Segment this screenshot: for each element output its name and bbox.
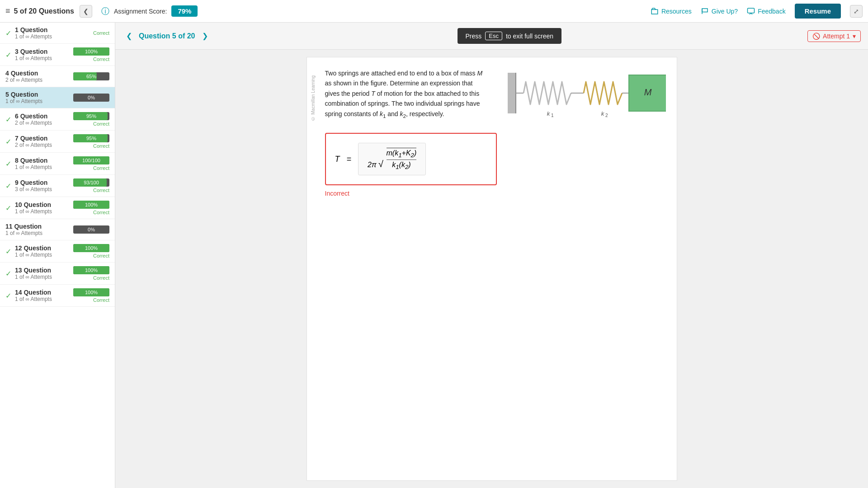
expand-button[interactable]: ⤢ [850,5,863,18]
assignment-score-label: Assignment Score: [114,8,167,15]
progress-label: 100% [85,267,98,273]
sidebar-item-subtitle: 2 of ∞ Attempts [15,120,52,126]
status-label: Correct [93,165,109,171]
status-label: Correct [93,56,109,62]
question-nav-left: ❮ Question 5 of 20 ❯ [123,30,211,42]
sidebar-item-3[interactable]: ✓ 3 Question 1 of ∞ Attempts 100% Correc… [0,44,115,66]
sidebar-item-7[interactable]: ✓ 7 Question 2 of ∞ Attempts 95% Correct [0,131,115,153]
sidebar-item-right: Correct [93,30,109,36]
giveup-button[interactable]: Give Up? [701,7,738,15]
score-badge: 79% [171,5,198,17]
info-icon: ⓘ [101,6,109,17]
sidebar-item-11[interactable]: 11 Question 1 of ∞ Attempts 0% [0,219,115,240]
sidebar-item-subtitle: 1 of ∞ Attempts [15,208,52,215]
question-body: Two springs are attached end to end to a… [325,68,666,124]
sidebar-item-4[interactable]: 4 Question 2 of ∞ Attempts 65% [0,66,115,87]
sidebar-item-title: 10 Question [15,201,52,208]
status-label: Correct [93,121,109,127]
progress-label: 0% [88,227,95,232]
attempt-label: Attempt 1 [823,33,850,40]
esc-press-label: Press [466,33,482,40]
progress-label: 100% [85,202,98,207]
svg-text:1: 1 [551,113,554,118]
progress-label: 100/100 [82,158,100,163]
sidebar-item-subtitle: 2 of ∞ Attempts [15,142,52,148]
answer-formula: T = 2π √ m(k1+K2) k1(k2) [335,143,487,175]
check-icon: ✓ [5,160,11,168]
status-label: Correct [93,275,109,281]
sidebar-item-right: 95% Correct [73,134,109,149]
sidebar-item-5[interactable]: 5 Question 1 of ∞ Attempts 0% [0,87,115,108]
sidebar-item-10[interactable]: ✓ 10 Question 1 of ∞ Attempts 100% Corre… [0,197,115,219]
progress-bar: 100% [73,288,109,296]
resources-label: Resources [661,8,692,15]
status-label: Correct [93,297,109,303]
attempt-icon: 🚫 [812,33,820,40]
header-right: Resources Give Up? Feedback Resume ⤢ [651,4,863,19]
question-content-area: © Macmillan Learning Two springs are att… [115,50,868,488]
answer-box: T = 2π √ m(k1+K2) k1(k2) [325,133,497,185]
svg-rect-2 [508,73,516,113]
sidebar-item-text: 1 Question 1 of ∞ Attempts [15,26,52,40]
svg-rect-1 [748,8,755,13]
hamburger-icon[interactable]: ≡ [5,6,10,16]
check-icon: ✓ [5,137,11,146]
questions-count: 5 of 20 Questions [14,7,74,15]
resume-button[interactable]: Resume [795,4,841,19]
sidebar-item-title: 9 Question [15,179,52,186]
esc-key: Esc [485,32,502,40]
sidebar-item-right: 93/100 Correct [73,178,109,193]
question-nav-bar: ❮ Question 5 of 20 ❯ Press Esc to exit f… [115,23,868,50]
content-area: ❮ Question 5 of 20 ❯ Press Esc to exit f… [115,23,868,488]
sidebar-item-right: 100% Correct [73,266,109,281]
watermark: © Macmillan Learning [311,75,316,121]
sidebar-item-subtitle: 1 of ∞ Attempts [15,33,52,40]
sidebar-item-subtitle: 1 of ∞ Attempts [15,252,52,258]
sidebar-item-subtitle: 1 of ∞ Attempts [15,164,52,170]
progress-bar: 100% [73,47,109,56]
progress-bar: 100/100 [73,156,109,164]
sidebar-item-6[interactable]: ✓ 6 Question 2 of ∞ Attempts 95% Correct [0,108,115,131]
next-question-button[interactable]: ❯ [198,30,211,42]
sidebar-item-title: 14 Question [15,289,52,296]
check-icon: ✓ [5,269,11,278]
progress-label: 95% [86,136,96,141]
prev-question-button[interactable]: ❮ [123,30,135,42]
progress-bar: 0% [73,94,109,102]
sidebar-item-8[interactable]: ✓ 8 Question 1 of ∞ Attempts 100/100 Cor… [0,153,115,175]
sidebar-item-text: 10 Question 1 of ∞ Attempts [15,201,52,215]
progress-bar: 100% [73,201,109,209]
sidebar-item-subtitle: 1 of ∞ Attempts [15,55,52,61]
sidebar-item-9[interactable]: ✓ 9 Question 3 of ∞ Attempts 93/100 Corr… [0,175,115,197]
sidebar-item-right: 0% [73,225,109,234]
sidebar-item-title: 5 Question [5,91,42,98]
sidebar-item-text: 12 Question 1 of ∞ Attempts [15,244,52,258]
progress-bar: 95% [73,134,109,142]
sidebar-item-13[interactable]: ✓ 13 Question 1 of ∞ Attempts 100% Corre… [0,263,115,285]
feedback-button[interactable]: Feedback [747,7,785,15]
status-label: Correct [93,253,109,258]
resources-button[interactable]: Resources [651,7,692,15]
sidebar-item-1[interactable]: ✓ 1 Question 1 of ∞ Attempts Correct [0,23,115,44]
sidebar-item-title: 7 Question [15,135,52,142]
svg-text:M: M [644,87,651,97]
sidebar-item-right: 100% Correct [73,47,109,62]
progress-bar: 100% [73,244,109,252]
status-label: Correct [93,210,109,215]
progress-bar: 100% [73,266,109,274]
sidebar-item-title: 13 Question [15,267,52,274]
sidebar-item-12[interactable]: ✓ 12 Question 1 of ∞ Attempts 100% Corre… [0,240,115,263]
collapse-sidebar-button[interactable]: ❮ [80,5,92,18]
header-left: ≡ 5 of 20 Questions ❮ [5,5,92,18]
svg-text:2: 2 [605,113,608,118]
sidebar-item-text: 13 Question 1 of ∞ Attempts [15,267,52,280]
progress-label: 100% [85,290,98,295]
progress-label: 0% [88,95,95,100]
sidebar-item-subtitle: 1 of ∞ Attempts [5,98,42,104]
attempt-dropdown[interactable]: 🚫 Attempt 1 ▾ [807,30,861,42]
check-icon: ✓ [5,29,11,38]
flag-icon [701,7,709,15]
folder-icon [651,7,659,15]
svg-text:k: k [601,110,604,117]
sidebar-item-14[interactable]: ✓ 14 Question 1 of ∞ Attempts 100% Corre… [0,285,115,307]
